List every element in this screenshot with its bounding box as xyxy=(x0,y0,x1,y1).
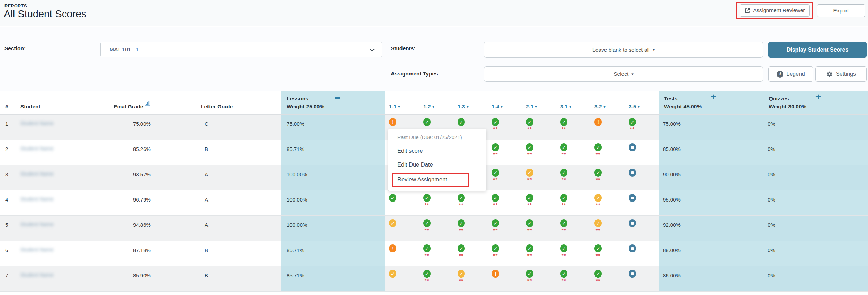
score-icon-stack[interactable]: ✓** xyxy=(492,219,499,232)
assignment-reviewer-button[interactable]: Assignment Reviewer xyxy=(740,4,810,17)
score-icon-stack[interactable]: ✓** xyxy=(526,169,533,182)
score-icon-stack[interactable]: ! xyxy=(594,118,602,126)
score-icon-stack[interactable]: ✓** xyxy=(594,270,602,283)
score-icon-stack[interactable]: ✓ xyxy=(389,194,396,202)
score-icon-stack[interactable] xyxy=(629,270,636,278)
col-header-final-grade[interactable]: Final Grade xyxy=(111,91,197,114)
score-icon-stack[interactable]: ✓** xyxy=(492,143,499,157)
score-icon-stack[interactable]: ✓** xyxy=(492,244,499,258)
student-name-link[interactable]: Student Name xyxy=(20,196,54,202)
score-cell-2.1[interactable]: ✓** xyxy=(522,216,556,241)
score-icon-stack[interactable] xyxy=(629,219,636,227)
score-cell-1.1[interactable]: ! xyxy=(385,241,419,266)
score-cell-1.2[interactable]: ✓** xyxy=(419,190,453,215)
score-cell-3.2[interactable]: ✓** xyxy=(590,216,625,241)
score-cell-3.1[interactable]: ✓** xyxy=(556,165,590,190)
score-cell-3.2[interactable]: ✓** xyxy=(590,266,625,291)
score-icon-stack[interactable]: ✓** xyxy=(492,118,499,131)
score-icon-stack[interactable]: ✓** xyxy=(458,194,465,207)
score-cell-3.5[interactable] xyxy=(625,241,659,266)
score-cell-3.2[interactable]: ✓** xyxy=(590,165,625,190)
score-icon-stack[interactable]: ✓** xyxy=(423,244,431,258)
score-icon-stack[interactable]: ✓ xyxy=(458,118,465,126)
score-icon-stack[interactable]: ✓** xyxy=(458,244,465,258)
context-menu-item-edit-due-date[interactable]: Edit Due Date xyxy=(388,158,486,172)
display-student-scores-button[interactable]: Display Student Scores xyxy=(768,42,867,58)
score-icon-stack[interactable]: ✓** xyxy=(560,169,567,182)
score-icon-stack[interactable]: ✓ xyxy=(389,270,396,278)
score-icon-stack[interactable]: ✓** xyxy=(560,219,567,232)
score-icon-stack[interactable]: ✓** xyxy=(526,244,533,258)
score-cell-1.4[interactable]: ✓** xyxy=(488,115,522,140)
col-header-assignment-1.3[interactable]: 1.3▾ xyxy=(453,91,488,114)
col-header-assignment-2.1[interactable]: 2.1▾ xyxy=(522,91,556,114)
score-icon-stack[interactable]: ✓** xyxy=(526,270,533,283)
student-name-link[interactable]: Student Name xyxy=(20,120,54,126)
student-name-link[interactable]: Student Name xyxy=(20,145,54,151)
score-cell-3.2[interactable]: ✓** xyxy=(590,140,625,165)
score-icon-stack[interactable]: ✓** xyxy=(629,118,636,131)
score-icon-stack[interactable]: ✓** xyxy=(594,194,602,207)
score-icon-stack[interactable]: ✓** xyxy=(526,143,533,157)
score-icon-stack[interactable]: ✓** xyxy=(594,143,602,157)
score-icon-stack[interactable]: ✓** xyxy=(423,219,431,232)
score-cell-1.2[interactable]: ✓** xyxy=(419,241,453,266)
score-cell-3.2[interactable]: ! xyxy=(590,115,625,140)
score-icon-stack[interactable]: ✓** xyxy=(594,244,602,258)
score-icon-stack[interactable]: ✓** xyxy=(526,118,533,131)
score-icon-stack[interactable]: ! xyxy=(389,244,396,252)
score-cell-3.5[interactable] xyxy=(625,190,659,215)
score-icon-stack[interactable]: ✓ xyxy=(423,118,431,126)
score-cell-3.5[interactable] xyxy=(625,165,659,190)
score-cell-3.5[interactable] xyxy=(625,216,659,241)
score-icon-stack[interactable]: ✓ xyxy=(389,219,396,227)
score-cell-1.1[interactable]: ✓ xyxy=(385,266,419,291)
student-name-link[interactable]: Student Name xyxy=(20,221,54,227)
score-icon-stack[interactable]: ✓** xyxy=(492,194,499,207)
legend-button[interactable]: i Legend xyxy=(768,66,813,82)
score-cell-2.1[interactable]: ✓** xyxy=(522,165,556,190)
score-cell-1.3[interactable]: ✓** xyxy=(453,266,488,291)
score-cell-3.5[interactable]: ✓** xyxy=(625,115,659,140)
expand-tests-icon[interactable]: + xyxy=(711,92,716,102)
col-header-assignment-1.2[interactable]: 1.2▾ xyxy=(419,91,453,114)
score-cell-3.1[interactable]: ✓** xyxy=(556,266,590,291)
score-cell-3.1[interactable]: ✓** xyxy=(556,241,590,266)
score-icon-stack[interactable]: ✓** xyxy=(560,143,567,157)
score-cell-3.2[interactable]: ✓** xyxy=(590,241,625,266)
score-icon-stack[interactable]: ✓** xyxy=(560,244,567,258)
score-icon-stack[interactable] xyxy=(629,194,636,202)
score-icon-stack[interactable]: ✓** xyxy=(458,219,465,232)
score-icon-stack[interactable] xyxy=(629,244,636,252)
col-header-assignment-1.4[interactable]: 1.4▾ xyxy=(488,91,522,114)
score-cell-1.4[interactable]: ✓** xyxy=(488,190,522,215)
score-icon-stack[interactable] xyxy=(629,169,636,177)
score-cell-3.1[interactable]: ✓** xyxy=(556,190,590,215)
score-cell-3.1[interactable]: ✓** xyxy=(556,140,590,165)
score-cell-3.1[interactable]: ✓** xyxy=(556,216,590,241)
score-icon-stack[interactable]: ✓** xyxy=(423,270,431,283)
score-cell-2.1[interactable]: ✓** xyxy=(522,241,556,266)
score-cell-1.1[interactable]: ✓ xyxy=(385,216,419,241)
score-icon-stack[interactable]: ✓** xyxy=(458,270,465,283)
score-icon-stack[interactable]: ✓** xyxy=(560,194,567,207)
score-cell-1.4[interactable]: ✓** xyxy=(488,140,522,165)
student-name-link[interactable]: Student Name xyxy=(20,272,54,278)
settings-button[interactable]: Settings xyxy=(815,66,867,82)
score-cell-1.4[interactable]: ✓** xyxy=(488,241,522,266)
score-icon-stack[interactable] xyxy=(629,143,636,151)
score-cell-3.5[interactable] xyxy=(625,266,659,291)
score-icon-stack[interactable]: ✓** xyxy=(594,169,602,182)
score-cell-3.1[interactable]: ✓** xyxy=(556,115,590,140)
score-icon-stack[interactable]: ✓** xyxy=(560,270,567,283)
col-header-assignment-3.5[interactable]: 3.5▾ xyxy=(625,91,659,114)
score-cell-1.2[interactable]: ✓** xyxy=(419,216,453,241)
student-name-link[interactable]: Student Name xyxy=(20,247,54,252)
score-cell-3.5[interactable] xyxy=(625,140,659,165)
col-header-assignment-3.1[interactable]: 3.1▾ xyxy=(556,91,590,114)
score-cell-3.2[interactable]: ✓** xyxy=(590,190,625,215)
score-icon-stack[interactable]: ✓** xyxy=(594,219,602,232)
expand-quizzes-icon[interactable]: + xyxy=(815,92,821,102)
score-cell-1.3[interactable]: ✓** xyxy=(453,241,488,266)
bar-chart-icon[interactable] xyxy=(145,101,151,107)
